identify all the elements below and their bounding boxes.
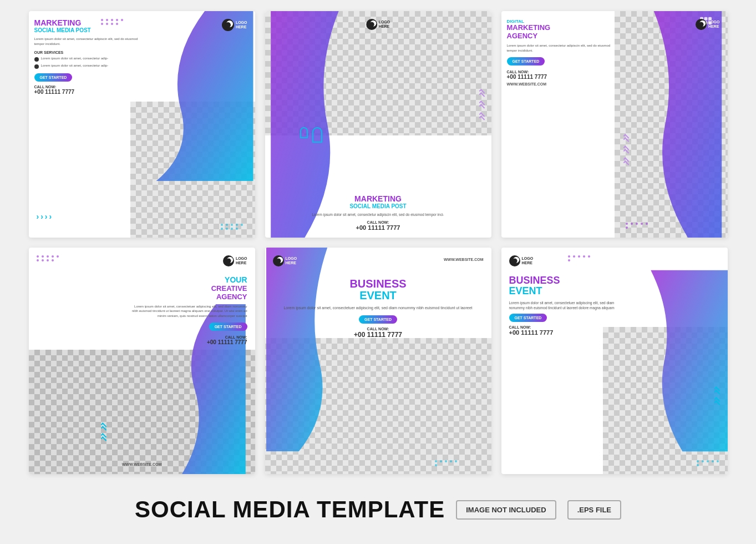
service-text-1: Lorem ipsum dolor sit amet, consectetur … bbox=[41, 57, 109, 61]
image-not-included-badge: IMAGE NOT INCLUDED bbox=[456, 500, 556, 520]
card5-call-label: CALL NOW: bbox=[272, 327, 485, 331]
card3-call-label: CALL NOW: bbox=[507, 70, 613, 74]
card3-content: DIGITAL MARKETING AGENCY Lorem ipsum dol… bbox=[501, 11, 619, 94]
card1-service-2: Lorem ipsum dolor sit amet, consectetur … bbox=[34, 64, 148, 69]
logo-text: LOGOHERE bbox=[522, 256, 534, 265]
card6-body: Lorem ipsum dolor sit amet, consectetuer… bbox=[509, 300, 627, 310]
card5-title1: BUSINESS bbox=[272, 278, 485, 289]
card5-logo: LOGOHERE bbox=[273, 255, 297, 266]
service-bullet bbox=[34, 57, 39, 62]
logo-icon bbox=[696, 19, 707, 30]
card4-arrows bbox=[101, 424, 106, 441]
card5-dots bbox=[435, 460, 458, 466]
card5-body: Lorem ipsum dolor sit amet, consectetuer… bbox=[272, 305, 485, 311]
card1-logo: LOGOHERE bbox=[222, 19, 247, 31]
card4-logo: LOGOHERE bbox=[223, 255, 247, 266]
service-bullet bbox=[34, 64, 39, 69]
logo-text: LOGOHERE bbox=[708, 20, 720, 28]
logo-text: LOGOHERE bbox=[236, 256, 247, 265]
card4-title2: CREATIVE bbox=[129, 284, 247, 293]
card3-logo: LOGOHERE bbox=[696, 19, 720, 30]
card3-phone: +00 11111 7777 bbox=[507, 74, 613, 80]
logo-text: LOGOHERE bbox=[379, 20, 390, 28]
card6-title1: BUSINESS bbox=[509, 275, 627, 285]
card4-call-label: CALL NOW: bbox=[129, 335, 247, 339]
card4-arrow-2 bbox=[101, 435, 106, 441]
card3-arrow-2 bbox=[623, 147, 629, 153]
card1-body: Lorem ipsum dolor sit amet, consectetur … bbox=[34, 37, 148, 46]
card1-cta-button[interactable]: GET STARTED bbox=[34, 73, 73, 82]
card3-arrows bbox=[623, 135, 629, 165]
arrow-group-1 bbox=[479, 90, 485, 97]
card5-content: BUSINESS EVENT Lorem ipsum dolor sit ame… bbox=[265, 278, 491, 339]
svg-point-23 bbox=[512, 258, 517, 263]
card2-title2: SOCIAL MEDIA POST bbox=[282, 203, 474, 209]
chevron1: › bbox=[37, 212, 39, 221]
arch-2 bbox=[312, 127, 322, 143]
card-3: LOGOHERE DIGITAL MARKETING AGENCY Lorem … bbox=[501, 11, 728, 238]
card4-content: YOUR CREATIVE AGENCY Lorem ipsum dolor s… bbox=[129, 275, 247, 345]
card1-title2: SOCIAL MEDIA POST bbox=[34, 27, 148, 33]
logo-text: LOGOHERE bbox=[236, 21, 247, 29]
arrow-group-3 bbox=[479, 114, 485, 120]
logo-icon bbox=[222, 19, 234, 31]
card6-logo: LOGOHERE bbox=[509, 255, 534, 266]
card2-title1: MARKETING bbox=[282, 194, 474, 203]
card-1: LOGOHERE MARKETING SOCIAL MEDIA POST Lor… bbox=[29, 11, 255, 238]
card5-phone: +00 11111 7777 bbox=[272, 331, 485, 339]
chevron3: › bbox=[45, 212, 48, 221]
dots-bottom bbox=[221, 224, 244, 230]
card3-arrow-1 bbox=[623, 135, 629, 142]
template-grid: LOGOHERE MARKETING SOCIAL MEDIA POST Lor… bbox=[29, 11, 728, 474]
card4-cta-button[interactable]: GET STARTED bbox=[209, 323, 247, 331]
card6-arrow-2 bbox=[714, 399, 720, 405]
footer-bar: SOCIAL MEDIA TEMPLATE IMAGE NOT INCLUDED… bbox=[29, 491, 728, 528]
logo-icon bbox=[223, 255, 234, 266]
service-text-2: Lorem ipsum dolor sit amet, consectetur … bbox=[41, 64, 109, 68]
card6-wave bbox=[615, 248, 728, 474]
card3-cta-button[interactable]: GET STARTED bbox=[507, 57, 545, 66]
card3-dots bbox=[626, 223, 649, 229]
card2-phone: +00 11111 7777 bbox=[282, 224, 474, 231]
card2-call-label: CALL NOW: bbox=[282, 220, 474, 224]
card6-call-label: CALL NOW: bbox=[509, 325, 627, 329]
card-5: LOGOHERE WWW.WEBSITE.COM BUSINESS EVENT … bbox=[265, 248, 491, 474]
logo-icon bbox=[509, 255, 520, 266]
card1-phone: +00 11111 7777 bbox=[34, 89, 148, 95]
arch-1 bbox=[300, 127, 308, 138]
svg-point-14 bbox=[698, 22, 703, 27]
svg-point-20 bbox=[276, 258, 281, 263]
card6-dots-top bbox=[568, 255, 591, 261]
footer-main-title: SOCIAL MEDIA TEMPLATE bbox=[135, 496, 445, 523]
card4-title1: YOUR bbox=[129, 275, 247, 284]
card6-phone: +00 11111 7777 bbox=[509, 329, 627, 336]
card4-website: WWW.WEBSITE.COM bbox=[122, 462, 162, 466]
card6-cta-button[interactable]: GET STARTED bbox=[509, 314, 547, 322]
card6-arrows bbox=[714, 388, 720, 405]
card4-phone: +00 11111 7777 bbox=[129, 339, 247, 345]
card1-content: MARKETING SOCIAL MEDIA POST Lorem ipsum … bbox=[29, 11, 153, 103]
card2-content: MARKETING SOCIAL MEDIA POST Lorem ipsum … bbox=[276, 190, 480, 238]
card1-service-1: Lorem ipsum dolor sit amet, consectetur … bbox=[34, 57, 148, 62]
card1-services-label: OUR SERVICES bbox=[34, 51, 148, 54]
card5-title2: EVENT bbox=[272, 289, 485, 302]
svg-point-5 bbox=[369, 22, 374, 27]
card6-title2: EVENT bbox=[509, 285, 627, 297]
card6-dots-bottom bbox=[697, 460, 720, 466]
card4-title3: AGENCY bbox=[129, 293, 247, 301]
eps-file-badge: .EPS FILE bbox=[567, 500, 621, 520]
card2-body: Lorem ipsum dolor sit amet, consectetur … bbox=[282, 212, 474, 217]
card3-body: Lorem ipsum dolor sit amet, consectetur … bbox=[507, 43, 613, 53]
card3-title3: AGENCY bbox=[507, 32, 613, 40]
logo-icon bbox=[366, 19, 377, 30]
arch-decoration bbox=[299, 127, 323, 143]
card3-website: WWW.WEBSITE.COM bbox=[507, 82, 613, 86]
card6-arrow-1 bbox=[714, 388, 720, 394]
chevron4: › bbox=[49, 212, 52, 221]
card5-website-top: WWW.WEBSITE.COM bbox=[444, 258, 484, 261]
logo-text: LOGOHERE bbox=[286, 256, 297, 265]
card-2: LOGOHERE MARKETING SOCIAL MEDIA POST Lor… bbox=[265, 11, 491, 238]
card5-cta-button[interactable]: GET STARTED bbox=[359, 315, 397, 324]
arrow-group-2 bbox=[479, 102, 485, 108]
card2-logo: LOGOHERE bbox=[366, 19, 390, 30]
